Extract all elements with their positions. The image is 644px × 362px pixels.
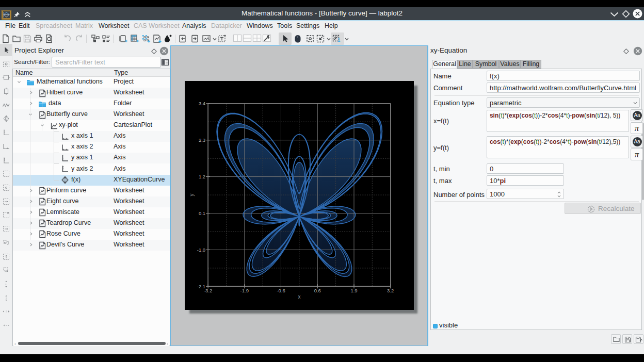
svg-text:-0.6: -0.6: [277, 288, 285, 293]
svg-text:1.2: 1.2: [199, 174, 205, 179]
svg-text:3.2: 3.2: [387, 288, 394, 293]
svg-text:0.6: 0.6: [314, 288, 321, 293]
svg-text:2.3: 2.3: [199, 137, 205, 143]
svg-text:3.4: 3.4: [199, 101, 205, 106]
svg-text:-1.0: -1.0: [197, 247, 205, 253]
svg-text:0.1: 0.1: [199, 210, 205, 216]
svg-text:y: y: [189, 194, 195, 196]
svg-text:x: x: [298, 294, 300, 300]
svg-text:1.9: 1.9: [350, 288, 357, 293]
svg-text:1: 1: [337, 37, 341, 43]
svg-text:-3.2: -3.2: [204, 288, 212, 293]
svg-text:-1.9: -1.9: [240, 288, 249, 293]
